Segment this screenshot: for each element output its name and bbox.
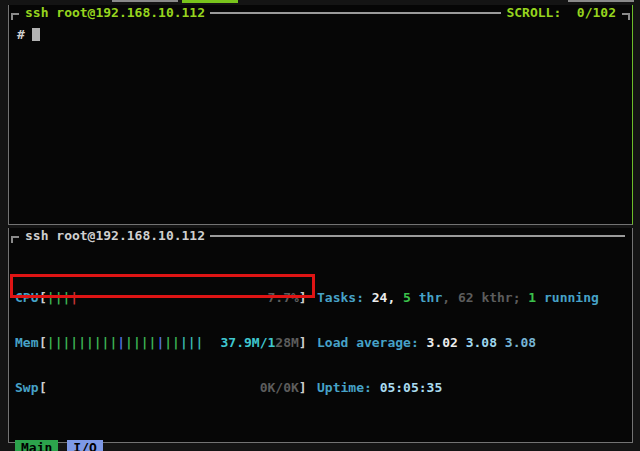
title-divider-line	[210, 235, 625, 237]
bracket: ]	[299, 380, 307, 395]
top-edge-artifact	[568, 0, 634, 2]
swap-meter-bar: 0K/0K	[47, 380, 299, 395]
cpu-bar-green: |||	[47, 290, 70, 305]
top-edge-artifact	[182, 0, 238, 3]
pane-htop[interactable]: ssh root@192.168.10.112 CPU[ ||||7.7% ] …	[8, 228, 633, 443]
cpu-bar-red: |	[70, 290, 78, 305]
pane-title: ssh root@192.168.10.112	[25, 228, 205, 243]
pane-title: ssh root@192.168.10.112	[25, 5, 205, 20]
cpu-meter: CPU[ ||||7.7% ]	[15, 290, 311, 305]
mem-bar-blue: |	[117, 335, 125, 350]
text-cursor	[32, 28, 40, 41]
htop-meters: CPU[ ||||7.7% ] Mem[ |||||||||||||||||||…	[15, 260, 632, 425]
bracket: ]	[299, 335, 307, 350]
tasks-summary: Tasks: 24, 5 thr, 62 kthr; 1 running	[317, 290, 599, 305]
swap-meter-label: Swp	[15, 380, 39, 395]
mem-bar-green: ||	[164, 335, 180, 350]
shell-prompt-line[interactable]: #	[9, 20, 632, 42]
bracket: ]	[299, 290, 307, 305]
mem-meter: Mem[ ||||||||||||||||||||37.9M/128M ]	[15, 335, 311, 350]
terminal-screen: ssh root@192.168.10.112 SCROLL: 0/102 # …	[0, 0, 640, 451]
cpu-meter-value: 7.7%	[268, 290, 299, 305]
border-corner	[11, 13, 19, 20]
pane-htop-titlebar: ssh root@192.168.10.112	[9, 228, 632, 243]
pane-shell[interactable]: ssh root@192.168.10.112 SCROLL: 0/102 #	[8, 5, 633, 225]
swap-meter-value: 0K/0K	[260, 380, 299, 395]
uptime: Uptime: 05:05:35	[317, 380, 599, 395]
tab-main[interactable]: Main	[15, 440, 58, 451]
tab-io[interactable]: I/O	[67, 440, 102, 451]
cpu-meter-label: CPU	[15, 290, 39, 305]
title-divider-line	[210, 12, 501, 14]
load-average: Load average: 3.02 3.08 3.08	[317, 335, 599, 350]
bracket: [	[39, 380, 47, 395]
bracket: [	[39, 290, 47, 305]
mem-bar-green: |||||||||	[47, 335, 117, 350]
htop-tabs: Main I/O	[15, 440, 632, 451]
top-edge-artifact	[112, 0, 178, 2]
mem-meter-bar: ||||||||||||||||||||37.9M/128M	[47, 335, 299, 350]
bracket: [	[39, 335, 47, 350]
pane-shell-titlebar: ssh root@192.168.10.112 SCROLL: 0/102	[9, 5, 632, 20]
cpu-meter-bar: ||||7.7%	[47, 290, 299, 305]
scroll-indicator: SCROLL: 0/102	[506, 5, 616, 20]
mem-meter-label: Mem	[15, 335, 39, 350]
mem-total-text: 28M	[275, 335, 298, 350]
shell-prompt: #	[17, 27, 25, 42]
mem-meter-value: 37.9M/128M	[221, 335, 299, 350]
mem-bar-green: ||||	[125, 335, 156, 350]
border-corner	[622, 13, 630, 20]
border-corner	[11, 236, 19, 243]
mem-bar-cyan: |||	[180, 335, 203, 350]
swap-meter: Swp[ 0K/0K ]	[15, 380, 311, 395]
mem-used-text: 37.9M/1	[221, 335, 276, 350]
